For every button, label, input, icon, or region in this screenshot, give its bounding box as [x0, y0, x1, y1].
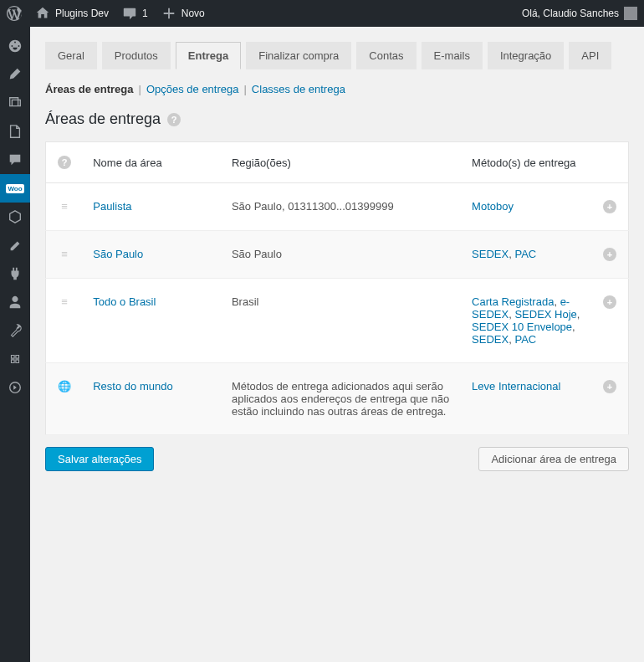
wordpress-icon	[7, 6, 22, 21]
comments-count: 1	[142, 8, 148, 19]
tab-finalizar-compra[interactable]: Finalizar compra	[246, 42, 351, 69]
add-zone-button[interactable]: Adicionar área de entrega	[478, 447, 629, 471]
tab-contas[interactable]: Contas	[356, 42, 416, 69]
sidebar-dashboard[interactable]	[0, 32, 30, 60]
shipping-method-link[interactable]: PAC	[514, 333, 536, 346]
subnav-classes-de-entrega[interactable]: Classes de entrega	[252, 83, 345, 95]
shipping-method-link[interactable]: Leve Internacional	[472, 380, 560, 393]
sidebar-tools[interactable]	[0, 316, 30, 345]
zone-row: ≡PaulistaSão Paulo, 01311300...01399999M…	[46, 183, 629, 231]
wp-logo[interactable]	[7, 6, 22, 21]
zone-name-link[interactable]: Resto do mundo	[93, 380, 172, 393]
shipping-method-link[interactable]: PAC	[514, 248, 536, 260]
sidebar-media[interactable]	[0, 89, 30, 117]
shipping-zones-table: ? Nome da área Região(ões) Método(s) de …	[45, 141, 629, 435]
shipping-method-link[interactable]: Motoboy	[472, 200, 514, 213]
help-icon[interactable]: ?	[58, 156, 71, 169]
zone-name-link[interactable]: Paulista	[93, 200, 131, 213]
sidebar-products[interactable]	[0, 203, 30, 231]
zone-methods: Motoboy	[462, 183, 591, 231]
tab-integração[interactable]: Integração	[488, 42, 564, 69]
page-title: Áreas de entrega ?	[45, 110, 629, 128]
zone-region: São Paulo	[222, 231, 462, 279]
home-icon	[35, 6, 50, 21]
help-icon[interactable]: ?	[167, 113, 181, 126]
sidebar-plugins[interactable]	[0, 259, 30, 288]
header-drag: ?	[46, 142, 84, 183]
add-method-button[interactable]: +	[603, 200, 616, 213]
sidebar-woocommerce[interactable]: Woo	[0, 174, 30, 203]
shipping-subnav: Áreas de entrega|Opções de entrega|Class…	[45, 83, 629, 95]
sidebar-posts[interactable]	[0, 60, 30, 89]
zone-name-link[interactable]: São Paulo	[93, 248, 143, 260]
comment-icon	[122, 6, 137, 21]
zone-region: Métodos de entrega adicionados aqui serã…	[222, 363, 462, 435]
content-area: GeralProdutosEntregaFinalizar compraCont…	[30, 27, 644, 662]
zone-row: 🌐Resto do mundoMétodos de entrega adicio…	[46, 363, 629, 435]
actions-row: Salvar alterações Adicionar área de entr…	[45, 447, 629, 471]
shipping-method-link[interactable]: SEDEX Hoje	[514, 308, 576, 321]
sidebar-users[interactable]	[0, 288, 30, 316]
new-label: Novo	[181, 8, 205, 19]
drag-handle-icon[interactable]: ≡	[61, 200, 68, 213]
subnav-opções-de-entrega[interactable]: Opções de entrega	[146, 83, 239, 95]
globe-icon: 🌐	[58, 380, 71, 393]
sidebar-comments[interactable]	[0, 146, 30, 174]
woo-badge-icon: Woo	[6, 184, 23, 193]
admin-sidebar: Woo	[0, 27, 30, 662]
zone-row: ≡Todo o BrasilBrasilCarta Registrada, e-…	[46, 279, 629, 363]
save-button[interactable]: Salvar alterações	[45, 447, 154, 471]
avatar	[624, 7, 637, 20]
tab-e-mails[interactable]: E-mails	[422, 42, 483, 69]
header-region: Região(ões)	[222, 142, 462, 183]
header-name: Nome da área	[83, 142, 222, 183]
zone-region: São Paulo, 01311300...01399999	[222, 183, 462, 231]
drag-handle-icon[interactable]: ≡	[61, 248, 68, 260]
add-method-button[interactable]: +	[603, 295, 616, 309]
shipping-method-link[interactable]: SEDEX	[472, 248, 509, 260]
zone-name-link[interactable]: Todo o Brasil	[93, 295, 156, 308]
tab-entrega[interactable]: Entrega	[176, 42, 241, 69]
tab-api[interactable]: API	[569, 42, 611, 69]
tab-geral[interactable]: Geral	[45, 42, 97, 69]
add-method-button[interactable]: +	[603, 380, 616, 393]
subnav-áreas-de-entrega[interactable]: Áreas de entrega	[45, 83, 134, 95]
shipping-method-link[interactable]: SEDEX	[472, 333, 509, 346]
zone-row: ≡São PauloSão PauloSEDEX, PAC+	[46, 231, 629, 279]
tab-produtos[interactable]: Produtos	[102, 42, 171, 69]
site-name: Plugins Dev	[55, 8, 109, 19]
sidebar-pages[interactable]	[0, 117, 30, 146]
settings-tabs: GeralProdutosEntregaFinalizar compraCont…	[45, 42, 629, 69]
sidebar-appearance[interactable]	[0, 231, 30, 259]
zone-region: Brasil	[222, 279, 462, 363]
sidebar-collapse[interactable]	[0, 373, 30, 402]
comments-link[interactable]: 1	[122, 6, 148, 21]
add-method-button[interactable]: +	[603, 248, 616, 261]
header-methods: Método(s) de entrega	[462, 142, 591, 183]
zone-methods: Carta Registrada, e-SEDEX, SEDEX Hoje, S…	[462, 279, 591, 363]
shipping-method-link[interactable]: Carta Registrada	[472, 295, 554, 308]
admin-bar: Plugins Dev 1 Novo Olá, Claudio Sanches	[0, 0, 644, 27]
new-link[interactable]: Novo	[161, 6, 205, 21]
greeting: Olá, Claudio Sanches	[522, 8, 619, 19]
plus-icon	[161, 6, 176, 21]
zone-methods: SEDEX, PAC	[462, 231, 591, 279]
drag-handle-icon[interactable]: ≡	[61, 295, 68, 308]
sidebar-settings[interactable]	[0, 345, 30, 373]
shipping-method-link[interactable]: SEDEX 10 Envelope	[472, 321, 572, 333]
site-link[interactable]: Plugins Dev	[35, 6, 109, 21]
zone-methods: Leve Internacional	[462, 363, 591, 435]
account-link[interactable]: Olá, Claudio Sanches	[522, 7, 637, 20]
